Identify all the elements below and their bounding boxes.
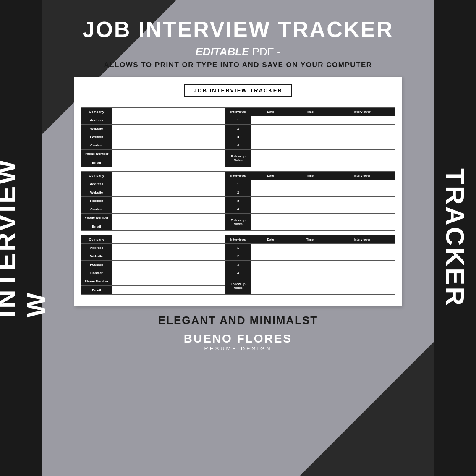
followup-value-1[interactable]: [251, 150, 395, 167]
num-3-1: 1: [225, 244, 251, 252]
date-3-1[interactable]: [251, 244, 290, 252]
interviewer-1-1[interactable]: [330, 116, 395, 124]
date-3-3[interactable]: [251, 261, 290, 269]
num-2-1: 1: [225, 180, 251, 188]
date-1-1[interactable]: [251, 116, 290, 124]
followup-value-2[interactable]: [251, 214, 395, 230]
time-3-1[interactable]: [290, 244, 330, 252]
num-3-4: 4: [225, 269, 251, 277]
num-1-4: 4: [225, 141, 251, 149]
time-2-2[interactable]: [290, 188, 330, 196]
value-phone-2[interactable]: [112, 214, 225, 222]
interviews-header-2: Interviews Date Time Interviewer: [225, 172, 395, 180]
date-3-4[interactable]: [251, 269, 290, 277]
tracker-grid-3: Company Address Website Position: [81, 235, 395, 295]
interviewer-1-3[interactable]: [330, 133, 395, 141]
label-address-3: Address: [81, 244, 112, 252]
value-email-1[interactable]: [112, 158, 225, 167]
interviewer-1-2[interactable]: [330, 125, 395, 133]
document-preview: JOB INTERVIEW TRACKER Company Address We…: [74, 77, 402, 306]
right-panel-1: Interviews Date Time Interviewer 1 2: [225, 108, 395, 167]
interviewer-2-1[interactable]: [330, 180, 395, 188]
date-2-2[interactable]: [251, 188, 290, 196]
col-interviewer-2: Interviewer: [330, 172, 395, 180]
value-website-3[interactable]: [112, 252, 225, 260]
interviewer-3-4[interactable]: [330, 269, 395, 277]
value-address-1[interactable]: [112, 116, 225, 124]
col-date-2: Date: [251, 172, 290, 180]
col-interviews-1: Interviews: [225, 108, 251, 116]
label-phone-1: Phone Number: [81, 150, 112, 158]
interviewer-3-3[interactable]: [330, 261, 395, 269]
time-3-3[interactable]: [290, 261, 330, 269]
num-3-3: 3: [225, 261, 251, 269]
label-email-2: Email: [81, 222, 112, 230]
date-3-2[interactable]: [251, 252, 290, 260]
field-row-company-1: Company: [81, 108, 225, 116]
time-2-3[interactable]: [290, 197, 330, 205]
field-row-phone-1: Phone Number: [81, 150, 225, 158]
time-2-1[interactable]: [290, 180, 330, 188]
value-contact-1[interactable]: [112, 141, 225, 149]
field-row-contact-3: Contact: [81, 269, 225, 277]
interview-row-1-4: 4: [225, 141, 395, 150]
value-email-3[interactable]: [112, 286, 225, 294]
time-3-4[interactable]: [290, 269, 330, 277]
num-2-2: 2: [225, 188, 251, 196]
interview-row-1-3: 3: [225, 133, 395, 141]
interviewer-2-4[interactable]: [330, 205, 395, 213]
interview-row-2-3: 3: [225, 197, 395, 205]
value-position-3[interactable]: [112, 261, 225, 269]
col-interviews-3: Interviews: [225, 235, 251, 243]
date-1-2[interactable]: [251, 125, 290, 133]
interviewer-2-2[interactable]: [330, 188, 395, 196]
value-company-3[interactable]: [112, 235, 225, 243]
interviewer-3-2[interactable]: [330, 252, 395, 260]
interviewer-2-3[interactable]: [330, 197, 395, 205]
value-email-2[interactable]: [112, 222, 225, 230]
value-contact-2[interactable]: [112, 205, 225, 213]
field-row-position-3: Position: [81, 261, 225, 269]
value-address-2[interactable]: [112, 180, 225, 188]
label-website-1: Website: [81, 125, 112, 133]
value-phone-1[interactable]: [112, 150, 225, 158]
time-3-2[interactable]: [290, 252, 330, 260]
field-row-phone-2: Phone Number: [81, 214, 225, 222]
time-1-4[interactable]: [290, 141, 330, 149]
label-phone-3: Phone Number: [81, 277, 112, 285]
value-company-2[interactable]: [112, 172, 225, 180]
date-1-3[interactable]: [251, 133, 290, 141]
date-2-4[interactable]: [251, 205, 290, 213]
subtitle-row: EDITABLE PDF -: [195, 45, 280, 58]
time-2-4[interactable]: [290, 205, 330, 213]
value-phone-3[interactable]: [112, 277, 225, 285]
label-position-3: Position: [81, 261, 112, 269]
value-position-1[interactable]: [112, 133, 225, 141]
interviewer-3-1[interactable]: [330, 244, 395, 252]
value-company-1[interactable]: [112, 108, 225, 116]
interview-row-3-1: 1: [225, 244, 395, 252]
time-1-1[interactable]: [290, 116, 330, 124]
interview-row-3-3: 3: [225, 261, 395, 269]
interview-row-3-4: 4: [225, 269, 395, 277]
date-2-3[interactable]: [251, 197, 290, 205]
value-website-1[interactable]: [112, 125, 225, 133]
elegant-text: ELEGANT AND MINIMALST: [158, 314, 318, 327]
value-position-2[interactable]: [112, 197, 225, 205]
description-text: ALLOWS TO PRINT OR TYPE INTO AND SAVE ON…: [104, 61, 372, 69]
followup-value-3[interactable]: [251, 277, 395, 294]
field-row-phone-3: Phone Number: [81, 277, 225, 286]
followup-row-3: Follow upNotes: [225, 277, 395, 294]
label-company-2: Company: [81, 172, 112, 180]
time-1-3[interactable]: [290, 133, 330, 141]
value-contact-3[interactable]: [112, 269, 225, 277]
date-2-1[interactable]: [251, 180, 290, 188]
time-1-2[interactable]: [290, 125, 330, 133]
value-website-2[interactable]: [112, 188, 225, 196]
sidebar-right-text: TRACKER: [440, 168, 470, 307]
sidebar-right: TRACKER: [434, 0, 476, 476]
interviewer-1-4[interactable]: [330, 141, 395, 149]
field-row-company-3: Company: [81, 235, 225, 244]
date-1-4[interactable]: [251, 141, 290, 149]
value-address-3[interactable]: [112, 244, 225, 252]
